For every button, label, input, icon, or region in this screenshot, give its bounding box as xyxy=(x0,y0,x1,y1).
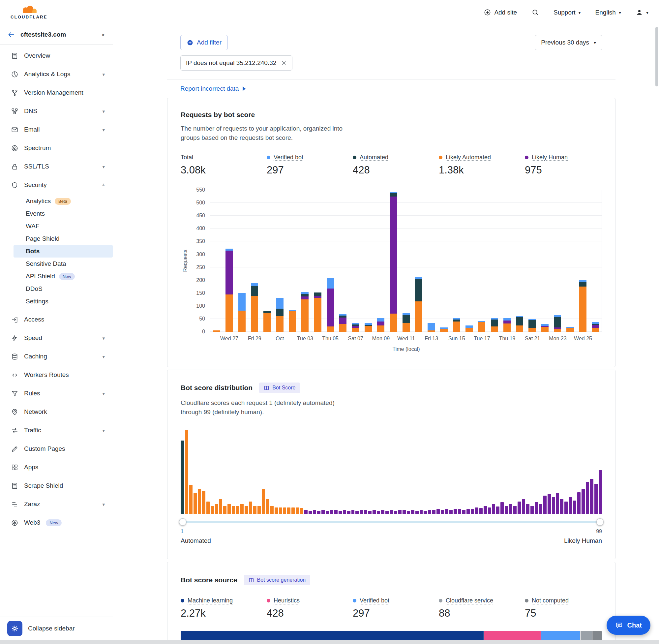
gear-icon[interactable] xyxy=(7,621,22,636)
stat-label[interactable]: Machine learning xyxy=(188,597,233,604)
histogram-bar xyxy=(206,502,210,514)
rules-icon xyxy=(11,390,19,397)
sidebar-item-email[interactable]: Email▾ xyxy=(0,120,113,139)
sidebar-subitem-label: Bots xyxy=(26,248,40,255)
chat-button[interactable]: Chat xyxy=(607,616,651,635)
sidebar-item-ssl-tls[interactable]: SSL/TLS▾ xyxy=(0,157,113,176)
sidebar-item-overview[interactable]: Overview xyxy=(0,46,113,65)
sidebar-item-zaraz[interactable]: Zaraz▾ xyxy=(0,495,113,513)
histogram-bar xyxy=(428,510,431,514)
card-description: Cloudflare scores each request 1 (defini… xyxy=(181,398,346,416)
sidebar-subitem-label: WAF xyxy=(26,223,40,230)
sidebar-item-security[interactable]: Security▾ xyxy=(0,176,113,194)
histogram-bar xyxy=(360,510,363,514)
sidebar-item-rules[interactable]: Rules▾ xyxy=(0,384,113,402)
remove-filter-icon[interactable] xyxy=(281,60,287,66)
collapse-sidebar[interactable]: Collapse sidebar xyxy=(0,617,113,640)
add-filter-button[interactable]: Add filter xyxy=(180,35,228,50)
chart-bar xyxy=(539,190,551,332)
sidebar-subitem-api-shield[interactable]: API ShieldNew xyxy=(0,270,113,282)
stat-label[interactable]: Likely Automated xyxy=(446,154,491,161)
sidebar-item-network[interactable]: Network xyxy=(0,402,113,421)
speed-icon xyxy=(11,335,19,342)
stat-verified-bot: Verified bot 297 xyxy=(258,154,344,176)
sidebar-item-caching[interactable]: Caching▾ xyxy=(0,347,113,366)
sidebar-item-scrape-shield[interactable]: Scrape Shield xyxy=(0,477,113,495)
report-row: Report incorrect data xyxy=(167,79,615,98)
histogram-bar xyxy=(270,506,274,514)
web3-icon xyxy=(11,519,19,527)
histogram-bar xyxy=(338,511,342,514)
back-button[interactable] xyxy=(7,31,15,39)
sidebar-subitem-sensitive-data[interactable]: Sensitive Data xyxy=(0,257,113,270)
histogram-bar xyxy=(279,507,282,514)
version-icon xyxy=(11,89,19,97)
sidebar-subitem-page-shield[interactable]: Page Shield xyxy=(0,232,113,245)
stat-label[interactable]: Cloudflare service xyxy=(446,597,493,604)
stat-label[interactable]: Likely Human xyxy=(532,154,568,161)
histogram-bar xyxy=(291,507,295,514)
histogram-bar xyxy=(385,511,389,514)
sidebar-item-version-management[interactable]: Version Management xyxy=(0,84,113,102)
histogram-bar xyxy=(283,507,286,514)
chart-bar xyxy=(299,190,311,332)
book-icon xyxy=(264,385,269,391)
sidebar-item-dns[interactable]: DNS▾ xyxy=(0,102,113,120)
bot-score-generation-docs-pill[interactable]: Bot score generation xyxy=(244,575,310,585)
stat-likely-automated: Likely Automated 1.38k xyxy=(430,154,516,176)
histogram-bar xyxy=(300,508,303,514)
sidebar-item-web3[interactable]: Web3New xyxy=(0,513,113,532)
language-menu[interactable]: English ▾ xyxy=(595,9,621,16)
horizontal-scrollbar[interactable] xyxy=(0,640,659,644)
sidebar-subitem-events[interactable]: Events xyxy=(0,207,113,220)
topbar: CLOUDFLARE Add site Support ▾ English ▾ … xyxy=(0,0,659,25)
sidebar-subitem-bots[interactable]: Bots xyxy=(14,245,113,257)
stat-label[interactable]: Heuristics xyxy=(274,597,300,604)
site-expand-icon[interactable]: ▸ xyxy=(102,32,105,38)
sidebar-item-analytics-logs[interactable]: Analytics & Logs▾ xyxy=(0,65,113,84)
account-menu[interactable]: ▾ xyxy=(636,8,649,16)
sidebar-item-workers-routes[interactable]: Workers Routes xyxy=(0,366,113,384)
filter-chip[interactable]: IP does not equal 35.212.240.32 xyxy=(180,55,292,71)
histogram-bar xyxy=(322,510,325,514)
sidebar-item-label: Spectrum xyxy=(24,144,51,152)
histogram-bar xyxy=(522,499,525,514)
stat-not-computed: Not computed 75 xyxy=(516,597,602,619)
histogram-bar xyxy=(552,497,555,514)
histogram-bar xyxy=(381,510,384,514)
sidebar-item-access[interactable]: Access xyxy=(0,310,113,329)
stat-label[interactable]: Not computed xyxy=(532,597,569,604)
card-title: Bot score source xyxy=(181,576,237,584)
sidebar-subitem-analytics[interactable]: AnalyticsBeta xyxy=(0,195,113,207)
search-button[interactable] xyxy=(532,8,539,16)
stat-label[interactable]: Verified bot xyxy=(360,597,389,604)
sidebar-subitem-label: Page Shield xyxy=(26,235,59,243)
add-site-button[interactable]: Add site xyxy=(484,8,517,16)
slider-track[interactable] xyxy=(181,521,601,523)
histogram-bar xyxy=(415,511,419,514)
sidebar-subitem-settings[interactable]: Settings xyxy=(0,295,113,308)
histogram-bar xyxy=(228,504,231,514)
stat-label[interactable]: Verified bot xyxy=(274,154,303,161)
support-menu[interactable]: Support ▾ xyxy=(554,9,581,16)
sidebar-item-custom-pages[interactable]: Custom Pages xyxy=(0,440,113,458)
chart-bar xyxy=(273,190,286,332)
vertical-scrollbar[interactable] xyxy=(655,27,658,86)
slider-handle-min[interactable] xyxy=(179,519,186,526)
sidebar-subitem-waf[interactable]: WAF xyxy=(0,220,113,232)
histogram-bar xyxy=(364,510,367,514)
chat-bubble-icon xyxy=(615,621,623,629)
sidebar-item-traffic[interactable]: Traffic▾ xyxy=(0,421,113,440)
slider-handle-max[interactable] xyxy=(596,519,604,526)
sidebar-subitem-ddos[interactable]: DDoS xyxy=(0,282,113,295)
bot-score-docs-pill[interactable]: Bot Score xyxy=(259,383,300,393)
sidebar-item-apps[interactable]: Apps xyxy=(0,458,113,477)
stat-label[interactable]: Automated xyxy=(360,154,389,161)
report-incorrect-data-link[interactable]: Report incorrect data xyxy=(180,85,245,92)
date-range-select[interactable]: Previous 30 days ▾ xyxy=(535,35,602,50)
sidebar-item-speed[interactable]: Speed▾ xyxy=(0,329,113,347)
cloudflare-logo[interactable]: CLOUDFLARE xyxy=(10,5,47,20)
histogram-bar xyxy=(594,484,598,514)
sidebar-item-spectrum[interactable]: Spectrum xyxy=(0,139,113,157)
chart-bar xyxy=(564,190,576,332)
